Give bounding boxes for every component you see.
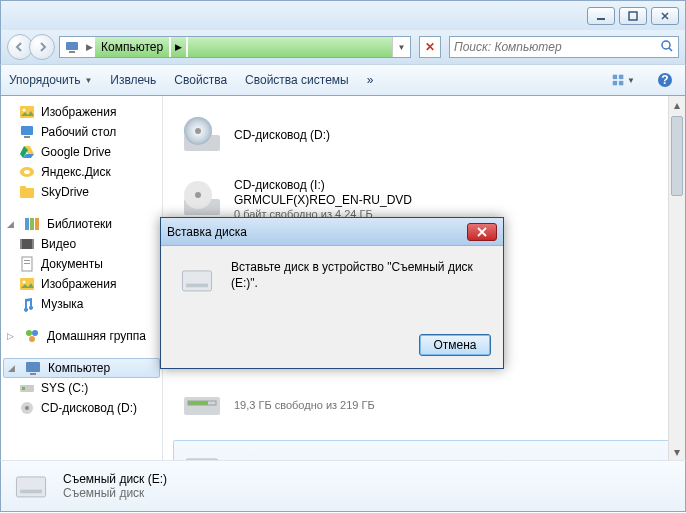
details-subtitle: Съемный диск [63, 486, 167, 500]
svg-rect-36 [22, 387, 25, 390]
sidebar-item-yandex-disk[interactable]: Яндекс.Диск [1, 162, 162, 182]
close-button[interactable] [651, 7, 679, 25]
svg-rect-55 [182, 271, 211, 291]
dialog-message: Вставьте диск в устройство "Съемный диск… [231, 260, 487, 314]
drive-tile-d[interactable]: CD-дисковод (D:) [173, 106, 675, 164]
sidebar-homegroup[interactable]: ▷Домашняя группа [1, 326, 162, 346]
properties-button[interactable]: Свойства [174, 73, 227, 87]
search-box[interactable] [449, 36, 679, 58]
cd-drive-icon [180, 113, 224, 157]
address-row: ▶ Компьютер ▶ ▼ ✕ [0, 30, 686, 64]
sidebar-item-desktop[interactable]: Рабочий стол [1, 122, 162, 142]
hdd-icon [180, 383, 224, 427]
svg-rect-6 [619, 75, 623, 79]
collapse-icon: ◢ [8, 363, 18, 373]
svg-point-42 [195, 128, 201, 134]
svg-rect-24 [32, 239, 34, 249]
address-dropdown[interactable]: ▼ [392, 37, 410, 57]
sidebar-computer[interactable]: ◢Компьютер [3, 358, 160, 378]
svg-rect-1 [629, 12, 637, 20]
sidebar-item-documents[interactable]: Документы [1, 254, 162, 274]
stop-button[interactable]: ✕ [419, 36, 441, 58]
help-button[interactable]: ? [653, 68, 677, 92]
insert-disk-dialog: Вставка диска Вставьте диск в устройство… [160, 217, 504, 369]
sidebar-item-pictures[interactable]: Изображения [1, 274, 162, 294]
svg-rect-20 [30, 218, 34, 230]
sidebar-item-videos[interactable]: Видео [1, 234, 162, 254]
expand-icon: ▷ [7, 331, 17, 341]
svg-rect-17 [20, 188, 34, 198]
dialog-close-button[interactable] [467, 223, 497, 241]
sidebar-libraries-header[interactable]: ◢Библиотеки [1, 214, 162, 234]
scroll-down-arrow[interactable]: ▾ [669, 443, 685, 460]
removable-drive-icon [177, 260, 217, 300]
scroll-up-arrow[interactable]: ▴ [669, 96, 685, 113]
svg-point-16 [24, 170, 30, 174]
view-options-button[interactable]: ▼ [611, 68, 635, 92]
navigation-sidebar: Изображения Рабочий стол Google Drive Ян… [1, 96, 163, 460]
svg-point-30 [26, 330, 32, 336]
sidebar-drive-d[interactable]: CD-дисковод (D:) [1, 398, 162, 418]
svg-rect-13 [21, 126, 33, 135]
forward-button[interactable] [29, 34, 55, 60]
svg-rect-54 [20, 490, 42, 494]
svg-rect-5 [613, 75, 617, 79]
svg-rect-11 [20, 106, 34, 118]
svg-rect-22 [20, 239, 34, 249]
system-properties-button[interactable]: Свойства системы [245, 73, 349, 87]
svg-rect-8 [619, 81, 623, 85]
sidebar-drive-c[interactable]: SYS (C:) [1, 378, 162, 398]
svg-point-45 [195, 192, 201, 198]
sidebar-item-images[interactable]: Изображения [1, 102, 162, 122]
chevron-right-icon[interactable]: ▶ [171, 37, 186, 57]
svg-rect-28 [20, 278, 34, 290]
drive-tile-hidden[interactable]: 19,3 ГБ свободно из 219 ГБ [173, 376, 675, 434]
svg-rect-0 [597, 18, 605, 20]
toolbar-overflow[interactable]: » [367, 73, 374, 87]
svg-rect-7 [613, 81, 617, 85]
address-segment[interactable]: Компьютер [95, 37, 169, 57]
toolbar: Упорядочить ▼ Извлечь Свойства Свойства … [0, 64, 686, 96]
window-titlebar [0, 0, 686, 30]
sidebar-item-skydrive[interactable]: SkyDrive [1, 182, 162, 202]
eject-button[interactable]: Извлечь [110, 73, 156, 87]
svg-point-12 [23, 109, 26, 112]
svg-rect-14 [24, 136, 30, 138]
drive-title: CD-дисковод (D:) [234, 128, 330, 142]
address-bar[interactable]: ▶ Компьютер ▶ ▼ [59, 36, 411, 58]
svg-rect-47 [188, 401, 208, 405]
svg-rect-19 [25, 218, 29, 230]
vertical-scrollbar[interactable]: ▴ ▾ [668, 96, 685, 460]
details-pane: Съемный диск (E:) Съемный диск [0, 460, 686, 512]
cancel-button[interactable]: Отмена [419, 334, 491, 356]
drive-freespace: 19,3 ГБ свободно из 219 ГБ [234, 399, 375, 411]
nav-buttons [7, 34, 55, 60]
svg-rect-46 [184, 397, 220, 415]
removable-drive-icon [180, 447, 224, 460]
search-input[interactable] [454, 40, 660, 54]
sidebar-item-google-drive[interactable]: Google Drive [1, 142, 162, 162]
search-icon[interactable] [660, 39, 674, 56]
svg-rect-33 [26, 362, 40, 372]
maximize-button[interactable] [619, 7, 647, 25]
drive-label: GRMCULF(X)REO_EN-RU_DVD [234, 193, 412, 207]
svg-text:?: ? [661, 73, 668, 87]
scroll-thumb[interactable] [671, 116, 683, 196]
svg-rect-26 [24, 260, 30, 261]
svg-point-29 [23, 281, 26, 284]
minimize-button[interactable] [587, 7, 615, 25]
dialog-title-text: Вставка диска [167, 225, 467, 239]
address-path: ▶ Компьютер ▶ [84, 37, 392, 57]
sidebar-item-music[interactable]: Музыка [1, 294, 162, 314]
svg-point-38 [25, 406, 29, 410]
drive-tile-e[interactable]: Съемный диск (E:) [173, 440, 675, 460]
svg-rect-3 [69, 51, 75, 53]
svg-point-32 [29, 336, 35, 342]
svg-rect-21 [35, 218, 39, 230]
svg-point-4 [662, 41, 670, 49]
dialog-titlebar[interactable]: Вставка диска [161, 218, 503, 246]
svg-rect-18 [20, 186, 26, 189]
organize-menu[interactable]: Упорядочить ▼ [9, 73, 92, 87]
svg-rect-57 [186, 284, 208, 288]
drive-title: CD-дисковод (I:) [234, 178, 412, 192]
